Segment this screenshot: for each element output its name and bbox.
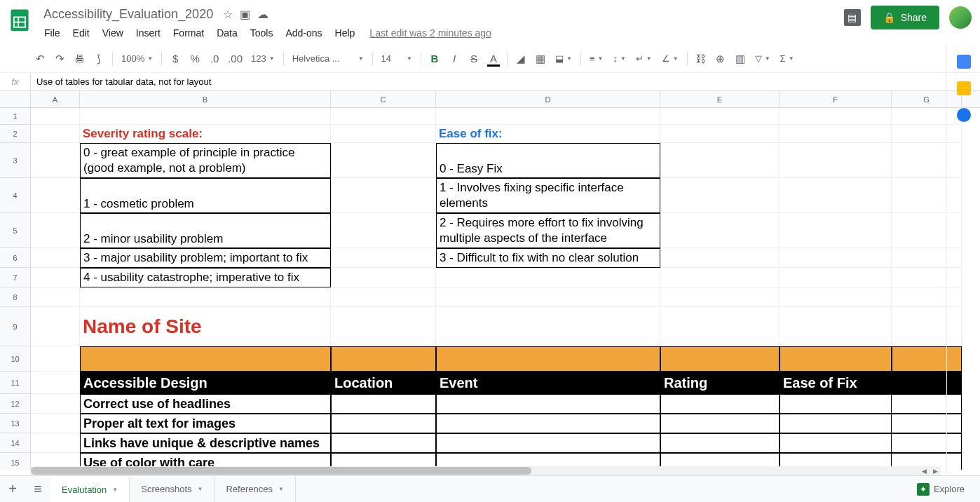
orange-band[interactable] [780, 346, 892, 372]
menu-format[interactable]: Format [168, 25, 209, 41]
orange-band[interactable] [80, 346, 331, 372]
cell-empty[interactable] [31, 268, 80, 287]
col-header-E[interactable]: E [660, 91, 780, 107]
col-header-C[interactable]: C [331, 91, 436, 107]
criteria-cell[interactable] [331, 433, 436, 453]
criteria-cell[interactable] [660, 414, 780, 433]
cell-empty[interactable] [31, 248, 80, 268]
row-header-3[interactable]: 3 [0, 143, 30, 178]
add-sheet-button[interactable]: + [0, 477, 25, 502]
paint-format-button[interactable]: ⟆ [90, 50, 108, 68]
merge-dropdown[interactable]: ⬓▼ [551, 50, 576, 68]
row-header-13[interactable]: 13 [0, 414, 30, 433]
cell-empty[interactable] [780, 213, 892, 248]
orange-band[interactable] [331, 346, 436, 372]
menu-file[interactable]: File [39, 25, 65, 41]
scroll-right-icon[interactable]: ▶ [930, 466, 941, 475]
ease-2[interactable]: 2 - Requires more effort to fix involvin… [436, 213, 660, 248]
cell-empty[interactable] [331, 287, 436, 307]
row-header-11[interactable]: 11 [0, 372, 30, 394]
cell-empty[interactable] [436, 268, 660, 287]
ease-1[interactable]: 1 - Involves fixing specific interface e… [436, 178, 660, 213]
cell-empty[interactable] [436, 287, 660, 307]
cell-empty[interactable] [660, 178, 780, 213]
cell-empty[interactable] [31, 346, 80, 372]
cell-empty[interactable] [780, 178, 892, 213]
cell-empty[interactable] [660, 143, 780, 178]
cell-empty[interactable] [331, 248, 436, 268]
cell-empty[interactable] [31, 143, 80, 178]
menu-addons[interactable]: Add-ons [280, 25, 327, 41]
decrease-decimal-button[interactable]: .0 [205, 50, 224, 68]
criteria-cell[interactable] [660, 433, 780, 453]
comment-button[interactable]: ⊕ [712, 50, 730, 68]
cell-empty[interactable] [780, 108, 892, 125]
formula-input[interactable]: Use of tables for tabular data, not for … [31, 76, 980, 87]
row-header-10[interactable]: 10 [0, 346, 30, 372]
criteria-row[interactable]: Correct use of headlines [80, 394, 331, 414]
hdr-ease[interactable]: Ease of Fix [780, 372, 962, 394]
row-header-2[interactable]: 2 [0, 125, 30, 143]
fill-color-button[interactable]: ◢ [512, 50, 530, 68]
cell-empty[interactable] [780, 307, 892, 346]
account-avatar[interactable] [949, 6, 972, 29]
move-icon[interactable]: ▣ [240, 8, 250, 21]
cell-empty[interactable] [660, 125, 780, 143]
redo-button[interactable]: ↷ [50, 50, 69, 68]
more-formats-dropdown[interactable]: 123▼ [247, 50, 279, 68]
cell-empty[interactable] [31, 433, 80, 453]
cell-empty[interactable] [331, 108, 436, 125]
cell-empty[interactable] [780, 248, 892, 268]
cell-empty[interactable] [31, 287, 80, 307]
menu-edit[interactable]: Edit [68, 25, 95, 41]
cell-empty[interactable] [31, 372, 80, 394]
cell-empty[interactable] [31, 125, 80, 143]
chart-button[interactable]: ▥ [731, 50, 749, 68]
cell-empty[interactable] [436, 307, 660, 346]
criteria-cell[interactable] [331, 414, 436, 433]
severity-3[interactable]: 3 - major usability problem; important t… [80, 248, 331, 268]
col-header-D[interactable]: D [436, 91, 660, 107]
cell-empty[interactable] [660, 108, 780, 125]
cell-empty[interactable] [331, 125, 436, 143]
cell-empty[interactable] [660, 248, 780, 268]
sheets-logo[interactable] [6, 6, 34, 34]
spreadsheet-grid[interactable]: ABCDEFG 123456789101112131415 Severity r… [0, 91, 980, 470]
menu-help[interactable]: Help [330, 25, 360, 41]
filter-dropdown[interactable]: ▽▼ [751, 50, 775, 68]
cell-empty[interactable] [80, 108, 331, 125]
text-color-button[interactable]: A [484, 50, 503, 68]
cell-empty[interactable] [31, 394, 80, 414]
cell-empty[interactable] [660, 268, 780, 287]
increase-decimal-button[interactable]: .00 [225, 50, 245, 68]
cell-empty[interactable] [80, 287, 331, 307]
share-button[interactable]: 🔒 Share [871, 6, 939, 29]
menu-view[interactable]: View [97, 25, 128, 41]
col-header-B[interactable]: B [80, 91, 331, 107]
currency-button[interactable]: $ [166, 50, 184, 68]
ease-3[interactable]: 3 - Difficult to fix with no clear solut… [436, 248, 660, 268]
cloud-icon[interactable]: ☁ [257, 8, 268, 21]
cell-empty[interactable] [31, 213, 80, 248]
cell-empty[interactable] [660, 213, 780, 248]
strikethrough-button[interactable]: S [465, 50, 483, 68]
star-icon[interactable]: ☆ [223, 8, 233, 21]
zoom-dropdown[interactable]: 100%▼ [117, 50, 157, 68]
select-all-corner[interactable] [0, 91, 31, 107]
row-header-9[interactable]: 9 [0, 307, 30, 346]
cell-empty[interactable] [660, 307, 780, 346]
bold-button[interactable]: B [426, 50, 444, 68]
sheet-tab-references[interactable]: References▼ [215, 476, 295, 503]
scrollbar-thumb[interactable] [31, 467, 531, 475]
sheet-tab-evalutation[interactable]: Evalutation▼ [50, 476, 130, 503]
criteria-cell[interactable] [780, 433, 962, 453]
font-dropdown[interactable]: Helvetica ...▼ [288, 50, 368, 68]
sheet-tab-screenshots[interactable]: Screenshots▼ [130, 476, 215, 503]
explore-button[interactable]: ✦ Explore [910, 479, 972, 500]
row-header-7[interactable]: 7 [0, 268, 30, 287]
cell-empty[interactable] [31, 414, 80, 433]
cell-empty[interactable] [660, 287, 780, 307]
wrap-dropdown[interactable]: ↵▼ [632, 50, 656, 68]
keep-icon[interactable] [957, 81, 971, 95]
all-sheets-button[interactable]: ≡ [25, 477, 50, 502]
